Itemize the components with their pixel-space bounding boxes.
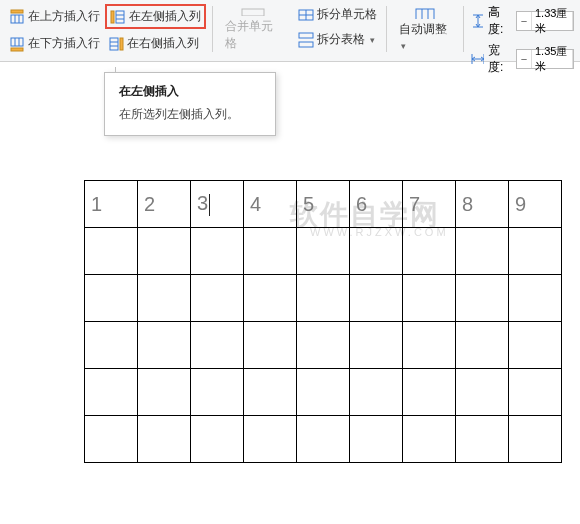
height-decrease[interactable]: − — [517, 12, 531, 30]
svg-rect-16 — [242, 9, 264, 16]
table-cell[interactable] — [509, 322, 562, 369]
table-cell[interactable] — [85, 416, 138, 463]
width-spinner[interactable]: − 1.35厘米 — [516, 49, 574, 69]
document-area: 123456789 — [84, 180, 562, 463]
separator — [386, 6, 387, 52]
table-cell[interactable] — [509, 275, 562, 322]
insert-col-left-icon — [110, 9, 126, 25]
table-cell[interactable]: 7 — [403, 181, 456, 228]
insert-row-below-icon — [9, 36, 25, 52]
table-cell[interactable] — [85, 275, 138, 322]
width-value[interactable]: 1.35厘米 — [531, 50, 573, 68]
table-cell[interactable] — [138, 369, 191, 416]
table-cell[interactable]: 3 — [191, 181, 244, 228]
tooltip-body: 在所选列左侧插入列。 — [119, 106, 261, 123]
insert-col-right-button[interactable]: 在右侧插入列 — [105, 33, 202, 54]
table-cell[interactable] — [297, 369, 350, 416]
insert-row-below-button[interactable]: 在下方插入行 — [6, 33, 103, 54]
table-cell[interactable]: 2 — [138, 181, 191, 228]
table-cell[interactable]: 9 — [509, 181, 562, 228]
table-cell[interactable] — [350, 322, 403, 369]
width-label: 宽度: — [488, 42, 512, 76]
autofit-icon — [413, 6, 437, 19]
table-cell[interactable] — [350, 275, 403, 322]
table-cell[interactable] — [191, 228, 244, 275]
table-cell[interactable] — [191, 416, 244, 463]
table-cell[interactable] — [456, 369, 509, 416]
autofit-label: 自动调整 — [399, 22, 447, 36]
col-width-icon — [470, 51, 484, 67]
insert-row-above-icon — [9, 9, 25, 25]
table-cell[interactable] — [509, 369, 562, 416]
table-cell[interactable] — [297, 416, 350, 463]
document-table[interactable]: 123456789 — [84, 180, 562, 463]
table-cell[interactable] — [403, 275, 456, 322]
table-cell[interactable] — [297, 322, 350, 369]
table-cell[interactable] — [244, 416, 297, 463]
table-cell[interactable] — [138, 275, 191, 322]
table-cell[interactable] — [191, 369, 244, 416]
table-cell[interactable]: 4 — [244, 181, 297, 228]
table-cell[interactable] — [403, 322, 456, 369]
table-cell[interactable] — [138, 416, 191, 463]
table-cell[interactable] — [456, 275, 509, 322]
insert-row-above-button[interactable]: 在上方插入行 — [6, 6, 103, 27]
split-table-button[interactable]: 拆分表格 ▾ — [295, 29, 378, 50]
table-cell[interactable] — [456, 322, 509, 369]
split-table-icon — [298, 32, 314, 48]
svg-rect-8 — [11, 38, 23, 46]
tooltip-title: 在左侧插入 — [119, 83, 261, 100]
split-cells-button[interactable]: 拆分单元格 — [295, 4, 380, 25]
insert-row-above-label: 在上方插入行 — [28, 8, 100, 25]
svg-rect-0 — [11, 15, 23, 23]
table-cell[interactable] — [403, 228, 456, 275]
table-cell[interactable] — [350, 416, 403, 463]
split-cells-label: 拆分单元格 — [317, 6, 377, 23]
insert-group: 在上方插入行 在左侧插入列 在下方插入行 在右侧插入列 — [2, 4, 210, 54]
table-row — [85, 369, 562, 416]
table-cell[interactable] — [509, 228, 562, 275]
autofit-button[interactable]: 自动调整▾ — [393, 4, 457, 54]
table-cell[interactable] — [244, 228, 297, 275]
merge-cells-label: 合并单元格 — [225, 18, 281, 52]
table-cell[interactable] — [456, 228, 509, 275]
ribbon-toolbar: 在上方插入行 在左侧插入列 在下方插入行 在右侧插入列 合并单元格 — [0, 0, 580, 62]
split-cells-icon — [298, 7, 314, 23]
table-cell[interactable]: 8 — [456, 181, 509, 228]
table-cell[interactable]: 6 — [350, 181, 403, 228]
table-cell[interactable] — [403, 416, 456, 463]
table-cell[interactable] — [244, 275, 297, 322]
svg-rect-12 — [110, 38, 118, 50]
table-cell[interactable] — [191, 275, 244, 322]
table-cell[interactable] — [85, 228, 138, 275]
width-decrease[interactable]: − — [517, 50, 531, 68]
svg-rect-21 — [299, 33, 313, 38]
table-cell[interactable] — [191, 322, 244, 369]
height-spinner[interactable]: − 1.33厘米 — [516, 11, 574, 31]
table-cell[interactable] — [350, 228, 403, 275]
table-cell[interactable] — [244, 322, 297, 369]
table-cell[interactable] — [297, 228, 350, 275]
table-cell[interactable] — [85, 369, 138, 416]
separator — [212, 6, 213, 52]
table-cell[interactable] — [138, 322, 191, 369]
table-cell[interactable] — [509, 416, 562, 463]
table-cell[interactable] — [297, 275, 350, 322]
insert-col-left-button[interactable]: 在左侧插入列 — [105, 4, 206, 29]
svg-rect-3 — [11, 10, 23, 13]
table-row — [85, 416, 562, 463]
svg-rect-7 — [111, 11, 114, 23]
table-cell[interactable] — [456, 416, 509, 463]
table-cell[interactable] — [350, 369, 403, 416]
table-cell[interactable] — [138, 228, 191, 275]
table-cell[interactable] — [244, 369, 297, 416]
size-group: 高度: − 1.33厘米 宽度: − 1.35厘米 — [466, 4, 578, 76]
insert-col-right-icon — [108, 36, 124, 52]
table-cell[interactable] — [403, 369, 456, 416]
merge-group: 合并单元格 — [215, 4, 291, 54]
table-cell[interactable]: 1 — [85, 181, 138, 228]
table-cell[interactable]: 5 — [297, 181, 350, 228]
height-value[interactable]: 1.33厘米 — [531, 12, 573, 30]
table-cell[interactable] — [85, 322, 138, 369]
insert-col-right-label: 在右侧插入列 — [127, 35, 199, 52]
